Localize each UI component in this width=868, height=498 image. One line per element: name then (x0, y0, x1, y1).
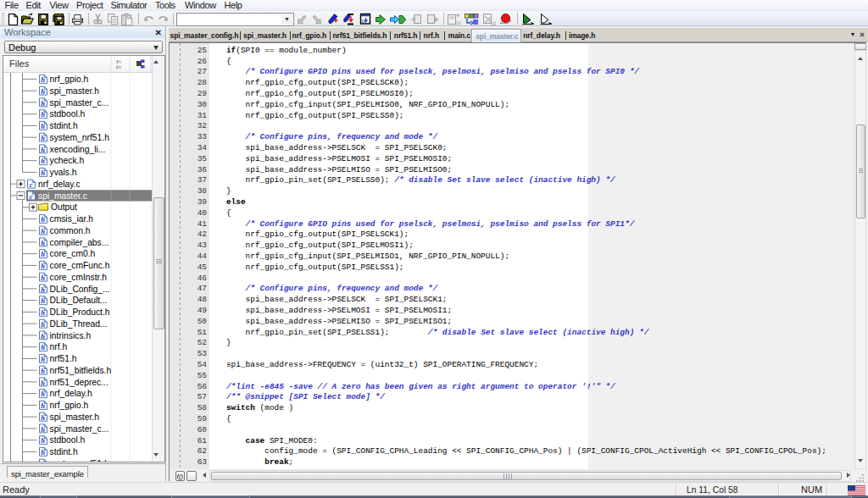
svg-text:nrf.h: nrf.h (50, 342, 68, 351)
svg-text:stdbool.h: stdbool.h (50, 435, 86, 445)
svg-text:h: h (41, 425, 45, 434)
svg-text:h: h (41, 215, 45, 224)
svg-text:h: h (41, 134, 45, 142)
svg-text:cmsis_iar.h: cmsis_iar.h (50, 214, 94, 224)
svg-text:h: h (41, 320, 45, 329)
svg-text:core_cm0.h: core_cm0.h (50, 249, 96, 258)
svg-text:h: h (41, 390, 45, 398)
svg-text:h: h (41, 87, 45, 96)
svg-text:ycheck.h: ycheck.h (50, 156, 85, 165)
svg-text:nrf_delay.c: nrf_delay.c (38, 180, 81, 189)
svg-text:system_nrf51.h: system_nrf51.h (50, 133, 110, 142)
svg-text:h: h (41, 308, 45, 317)
svg-text:stdbool.h: stdbool.h (50, 109, 86, 119)
svg-text:core_cmInstr.h: core_cmInstr.h (50, 273, 108, 282)
svg-text:h: h (41, 436, 45, 445)
svg-text:system_nrf51.h: system_nrf51.h (50, 459, 110, 462)
svg-text:h: h (41, 239, 45, 247)
svg-text:nrf_gpio.h: nrf_gpio.h (50, 75, 89, 84)
svg-text:h: h (41, 296, 45, 305)
svg-text:h: h (41, 227, 45, 235)
svg-text:intrinsics.h: intrinsics.h (50, 331, 92, 340)
svg-text:DLib_Config_...: DLib_Config_... (50, 285, 110, 294)
svg-text:spi_master_c...: spi_master_c... (50, 424, 109, 434)
svg-text:10: 10 (491, 21, 496, 26)
svg-text:core_cmFunc.h: core_cmFunc.h (50, 261, 110, 270)
svg-text:h: h (41, 332, 45, 340)
svg-text:common.h: common.h (50, 226, 91, 235)
svg-text:h: h (41, 146, 45, 154)
svg-text:h: h (41, 157, 45, 165)
svg-text:h: h (41, 460, 45, 462)
svg-text:h: h (41, 169, 45, 177)
svg-text:h: h (41, 250, 45, 258)
svg-text:DLib_Thread...: DLib_Thread... (50, 319, 108, 329)
svg-text:c≈: c≈ (116, 65, 121, 70)
svg-text:nrf51.h: nrf51.h (50, 354, 77, 363)
svg-text:h: h (41, 448, 45, 456)
svg-text:nrf_gpio.h: nrf_gpio.h (50, 401, 89, 410)
svg-text:h: h (41, 355, 45, 363)
svg-text:h: h (41, 75, 45, 84)
svg-text:DLib_Default...: DLib_Default... (50, 296, 108, 305)
svg-text:compiler_abs...: compiler_abs... (50, 238, 109, 247)
svg-text:h: h (41, 274, 45, 282)
svg-text:yvals.h: yvals.h (50, 168, 77, 177)
svg-text:nrf_delay.h: nrf_delay.h (50, 389, 92, 398)
svg-text:spi_master.h: spi_master.h (50, 86, 100, 96)
svg-text:h: h (41, 401, 45, 410)
svg-text:h: h (41, 343, 45, 351)
svg-text:c: c (30, 192, 33, 201)
svg-text:stdint.h: stdint.h (50, 121, 78, 130)
svg-text:spi_master_c...: spi_master_c... (50, 98, 109, 108)
svg-text:nrf51_bitfields.h: nrf51_bitfields.h (50, 366, 112, 375)
svg-text:h: h (41, 262, 45, 270)
svg-text:h: h (41, 367, 45, 375)
svg-text:Output: Output (51, 202, 77, 212)
svg-text:h: h (41, 110, 45, 119)
svg-text:DLib_Product.h: DLib_Product.h (50, 307, 110, 317)
svg-text:h: h (41, 99, 45, 108)
svg-text:10: 10 (456, 20, 461, 25)
svg-text:h: h (41, 285, 45, 294)
svg-text:c: c (30, 180, 33, 189)
svg-text:h: h (41, 122, 45, 130)
svg-text:stdint.h: stdint.h (50, 447, 78, 456)
svg-text:xencoding_li...: xencoding_li... (50, 145, 106, 154)
svg-text:nrf51_deprec...: nrf51_deprec... (50, 378, 108, 387)
svg-text:spi_master.c: spi_master.c (38, 191, 87, 201)
svg-text:spi_master.h: spi_master.h (50, 412, 100, 422)
svg-text:h: h (41, 379, 45, 387)
svg-text:h: h (41, 413, 45, 422)
